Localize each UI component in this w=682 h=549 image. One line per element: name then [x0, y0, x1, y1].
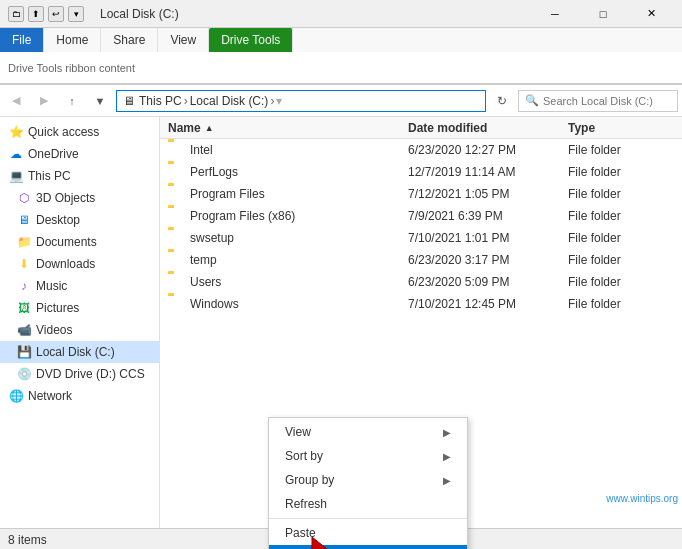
quick-access-toolbar: 🗀 ⬆ ↩ ▾: [8, 6, 84, 22]
ctx-submenu-arrow: ▶: [443, 475, 451, 486]
ctx-paste[interactable]: Paste: [269, 521, 467, 545]
table-row[interactable]: PerfLogs 12/7/2019 11:14 AM File folder: [160, 161, 682, 183]
col-header-type[interactable]: Type: [568, 121, 674, 135]
sidebar-item-pictures[interactable]: 🖼 Pictures: [0, 297, 159, 319]
col-header-name[interactable]: Name ▲: [168, 121, 408, 135]
ctx-paste-shortcut[interactable]: Paste shortcut: [269, 545, 467, 549]
sidebar-item-music[interactable]: ♪ Music: [0, 275, 159, 297]
sidebar-item-3d-objects[interactable]: ⬡ 3D Objects: [0, 187, 159, 209]
sidebar-item-desktop[interactable]: 🖥 Desktop: [0, 209, 159, 231]
path-thispc: This PC: [139, 94, 182, 108]
back-button[interactable]: ◀: [4, 89, 28, 113]
tab-manage[interactable]: Drive Tools: [209, 28, 293, 52]
table-row[interactable]: Windows 7/10/2021 12:45 PM File folder: [160, 293, 682, 315]
sidebar-label-local-disk: Local Disk (C:): [36, 345, 115, 359]
sidebar-label-pictures: Pictures: [36, 301, 79, 315]
sidebar-label-documents: Documents: [36, 235, 97, 249]
ctx-separator-1: [269, 518, 467, 519]
sidebar-label-network: Network: [28, 389, 72, 403]
cube-icon: ⬡: [16, 190, 32, 206]
up-button[interactable]: ↑: [60, 89, 84, 113]
sidebar-item-dvd-drive[interactable]: 💿 DVD Drive (D:) CCS: [0, 363, 159, 385]
tb-icon-3[interactable]: ↩: [48, 6, 64, 22]
minimize-button[interactable]: ─: [532, 0, 578, 28]
ribbon-content-label: Drive Tools ribbon content: [8, 62, 135, 74]
file-date: 12/7/2019 11:14 AM: [408, 165, 568, 179]
sidebar-label-quick-access: Quick access: [28, 125, 99, 139]
maximize-button[interactable]: □: [580, 0, 626, 28]
sidebar: ⭐ Quick access ☁ OneDrive 💻 This PC ⬡ 3D…: [0, 117, 160, 528]
table-row[interactable]: Program Files 7/12/2021 1:05 PM File fol…: [160, 183, 682, 205]
close-button[interactable]: ✕: [628, 0, 674, 28]
search-input[interactable]: [543, 95, 671, 107]
sidebar-item-network[interactable]: 🌐 Network: [0, 385, 159, 407]
file-date: 6/23/2020 5:09 PM: [408, 275, 568, 289]
dvd-icon: 💿: [16, 366, 32, 382]
sidebar-item-videos[interactable]: 📹 Videos: [0, 319, 159, 341]
col-header-date[interactable]: Date modified: [408, 121, 568, 135]
folder-icon: [168, 252, 184, 268]
file-type: File folder: [568, 165, 674, 179]
table-row[interactable]: Program Files (x86) 7/9/2021 6:39 PM Fil…: [160, 205, 682, 227]
tb-icon-2[interactable]: ⬆: [28, 6, 44, 22]
ctx-group-by[interactable]: Group by ▶: [269, 468, 467, 492]
sidebar-item-onedrive[interactable]: ☁ OneDrive: [0, 143, 159, 165]
folder-icon: [168, 208, 184, 224]
sidebar-item-this-pc[interactable]: 💻 This PC: [0, 165, 159, 187]
sidebar-label-dvd-drive: DVD Drive (D:) CCS: [36, 367, 145, 381]
folder-icon: [168, 230, 184, 246]
table-row[interactable]: Users 6/23/2020 5:09 PM File folder: [160, 271, 682, 293]
disk-icon: 💾: [16, 344, 32, 360]
ribbon-tabs: File Home Share View Drive Tools: [0, 28, 682, 52]
file-type: File folder: [568, 253, 674, 267]
file-type: File folder: [568, 209, 674, 223]
file-name: Users: [190, 275, 408, 289]
file-type: File folder: [568, 231, 674, 245]
file-date: 6/23/2020 3:17 PM: [408, 253, 568, 267]
sidebar-item-documents[interactable]: 📁 Documents: [0, 231, 159, 253]
sidebar-label-videos: Videos: [36, 323, 72, 337]
ctx-sort-by[interactable]: Sort by ▶: [269, 444, 467, 468]
table-row[interactable]: Intel 6/23/2020 12:27 PM File folder: [160, 139, 682, 161]
path-sep1: ›: [184, 94, 188, 108]
tab-view[interactable]: View: [158, 28, 209, 52]
ctx-refresh[interactable]: Refresh: [269, 492, 467, 516]
recent-button[interactable]: ▼: [88, 89, 112, 113]
sidebar-item-quick-access[interactable]: ⭐ Quick access: [0, 121, 159, 143]
status-item-count: 8 items: [8, 533, 47, 547]
videos-icon: 📹: [16, 322, 32, 338]
table-row[interactable]: swsetup 7/10/2021 1:01 PM File folder: [160, 227, 682, 249]
tb-icon-1[interactable]: 🗀: [8, 6, 24, 22]
table-row[interactable]: temp 6/23/2020 3:17 PM File folder: [160, 249, 682, 271]
path-localdisk: Local Disk (C:): [190, 94, 269, 108]
sidebar-label-onedrive: OneDrive: [28, 147, 79, 161]
sidebar-item-local-disk[interactable]: 💾 Local Disk (C:): [0, 341, 159, 363]
tab-file[interactable]: File: [0, 28, 44, 52]
window-title: Local Disk (C:): [100, 7, 179, 21]
tab-home[interactable]: Home: [44, 28, 101, 52]
sort-indicator: ▲: [205, 123, 214, 133]
file-name: Windows: [190, 297, 408, 311]
cloud-icon: ☁: [8, 146, 24, 162]
tb-dropdown[interactable]: ▾: [68, 6, 84, 22]
ctx-view[interactable]: View ▶: [269, 420, 467, 444]
file-date: 7/9/2021 6:39 PM: [408, 209, 568, 223]
file-type: File folder: [568, 297, 674, 311]
music-icon: ♪: [16, 278, 32, 294]
window-controls: ─ □ ✕: [532, 0, 674, 28]
file-name: temp: [190, 253, 408, 267]
forward-button[interactable]: ▶: [32, 89, 56, 113]
file-name: Program Files: [190, 187, 408, 201]
sidebar-item-downloads[interactable]: ⬇ Downloads: [0, 253, 159, 275]
file-date: 7/12/2021 1:05 PM: [408, 187, 568, 201]
file-date: 6/23/2020 12:27 PM: [408, 143, 568, 157]
refresh-button[interactable]: ↻: [490, 89, 514, 113]
sidebar-label-downloads: Downloads: [36, 257, 95, 271]
star-icon: ⭐: [8, 124, 24, 140]
path-sep2: ›: [270, 94, 274, 108]
desktop-icon: 🖥: [16, 212, 32, 228]
tab-share[interactable]: Share: [101, 28, 158, 52]
pc-icon: 💻: [8, 168, 24, 184]
main-area: ⭐ Quick access ☁ OneDrive 💻 This PC ⬡ 3D…: [0, 117, 682, 528]
address-path[interactable]: 🖥 This PC › Local Disk (C:) › ▾: [116, 90, 486, 112]
